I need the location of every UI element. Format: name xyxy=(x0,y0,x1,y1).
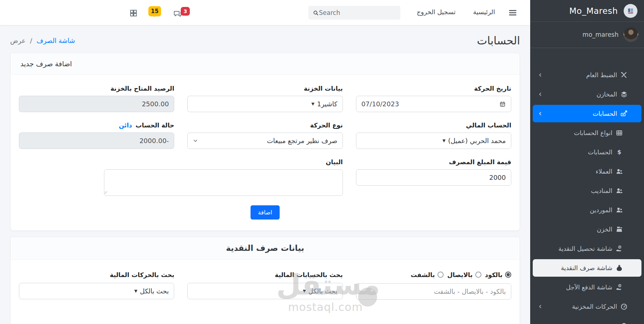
financial-account-select[interactable]: محمد الحربي (عميل) ▼ xyxy=(356,133,511,149)
topbar: 15 3 تسجيل الخروج الرئيسية xyxy=(0,0,530,25)
radio-icon[interactable] xyxy=(505,272,511,278)
user-avatar xyxy=(624,27,638,42)
sidebar-item-treasuries[interactable]: الخزن xyxy=(533,221,641,238)
sidebar-item-delegates[interactable]: المناديب xyxy=(533,182,641,199)
tools-icon xyxy=(620,71,628,79)
movements-search-select[interactable]: بحث بالكل ▼ xyxy=(19,283,174,299)
sidebar-item-label: المناديب xyxy=(591,187,612,194)
field-code-search: بالكود بالايصال بالشفت xyxy=(356,270,511,300)
statement-label: البيان xyxy=(19,158,343,166)
breadcrumb-separator: / xyxy=(30,37,32,44)
table-icon xyxy=(616,129,623,137)
sidebar-item-partial-item[interactable] xyxy=(533,317,641,324)
boxes-icon xyxy=(620,91,628,98)
sidebar-item-cash-expense-screen[interactable]: شاشة صرف النقدية xyxy=(533,259,641,277)
brand-name: Mo_Maresh xyxy=(569,6,618,16)
brand[interactable]: Mo_Maresh xyxy=(530,0,644,22)
resize-handle-icon[interactable] xyxy=(104,191,108,195)
movement-type-select[interactable]: صرف نظير مرتجع مبيعات xyxy=(187,133,343,149)
treasury-label: بيانات الخزنة xyxy=(187,85,343,92)
moneychart-icon xyxy=(620,110,628,117)
sidebar-item-deferred-payment-screen[interactable]: شاشة الدفع الآجل xyxy=(533,278,641,296)
page-title: الحسابات xyxy=(477,34,520,47)
gauge-icon xyxy=(620,303,628,310)
notifications-badge: 15 xyxy=(148,6,161,16)
sidebar-item-label: الحركات المخزنية xyxy=(572,303,617,310)
sidebar-item-label: شاشة تحصيل النقدية xyxy=(559,245,612,252)
sidebar-item-label: العملاء xyxy=(596,168,612,175)
messages-badge: 3 xyxy=(181,7,190,16)
available-balance-value: 2500.00 xyxy=(142,100,169,108)
sidebar-item-label: الموردين xyxy=(590,206,612,214)
notifications-bell-icon[interactable]: 15 xyxy=(151,10,159,18)
apps-grid-icon[interactable] xyxy=(129,9,138,17)
sidebar-item-accounts[interactable]: الحسابات xyxy=(533,105,641,122)
movement-date-value: 07/10/2023 xyxy=(361,100,399,108)
sidebar-item-label: المخازن xyxy=(596,91,617,98)
users-icon xyxy=(616,187,623,194)
field-available-balance: الرصيد المتاح بالخزنة 2500.00 xyxy=(19,85,174,112)
field-amount: قيمة المبلغ المصرف xyxy=(356,158,511,196)
radio-by-code[interactable]: بالكود xyxy=(485,271,511,278)
add-expense-card: اضافة صرف جديد تاريخ الحركة 07/10/2023 ب… xyxy=(10,53,520,231)
account-status-amount-value: -2000.00 xyxy=(139,137,169,145)
search-bar xyxy=(308,6,400,20)
radio-by-receipt[interactable]: بالايصال xyxy=(447,271,481,278)
sidebar-item-label: شاشة الدفع الآجل xyxy=(566,284,612,291)
sidebar-item-label: الخزن xyxy=(597,226,612,233)
chevron-left-icon xyxy=(538,92,543,97)
logout-link[interactable]: تسجيل الخروج xyxy=(417,8,456,16)
sidebar-item-customers[interactable]: العملاء xyxy=(533,163,641,180)
breadcrumb-link[interactable]: شاشة الصرف xyxy=(37,37,75,44)
sidebar-item-general-settings[interactable]: الضبط العام xyxy=(533,66,641,84)
user-panel[interactable]: mo_maresh xyxy=(530,22,644,48)
field-movement-date: تاريخ الحركة 07/10/2023 xyxy=(356,85,511,112)
account-status-value-link: دائن xyxy=(119,122,132,129)
circle-icon xyxy=(620,322,628,324)
account-status-label: حالة الحساب دائن xyxy=(19,122,174,129)
treasury-select[interactable]: كاشير1 ▼ xyxy=(187,96,343,112)
handdollar-icon xyxy=(616,284,623,291)
sidebar-item-warehouses[interactable]: المخازن xyxy=(533,86,641,103)
field-treasury: بيانات الخزنة كاشير1 ▼ xyxy=(187,85,343,112)
user-name: mo_maresh xyxy=(583,31,619,38)
chevron-left-icon xyxy=(538,111,543,116)
sidebar-item-accounts-list[interactable]: الحسابات xyxy=(533,143,641,161)
sidebar-item-label: الحسابات xyxy=(593,110,617,117)
radio-icon[interactable] xyxy=(475,272,481,278)
brand-logo xyxy=(624,4,637,18)
breadcrumb-current: عرض xyxy=(10,37,25,44)
accounts-search-label: بحث بالحسابات المالية xyxy=(187,271,343,278)
dollar-icon xyxy=(616,149,623,156)
sidebar-item-stock-movements[interactable]: الحركات المخزنية xyxy=(533,298,641,315)
sidebar-menu: الضبط العامالمخازنالحساباتانواع الحسابات… xyxy=(530,48,644,324)
movement-date-label: تاريخ الحركة xyxy=(356,85,511,92)
home-link[interactable]: الرئيسية xyxy=(473,8,495,16)
accounts-search-select[interactable]: بحث بالكل ▼ xyxy=(187,283,343,299)
sidebar-item-account-types[interactable]: انواع الحسابات xyxy=(533,124,641,142)
field-statement: البيان xyxy=(19,158,343,196)
amount-input[interactable] xyxy=(356,169,511,186)
sidebar-item-suppliers[interactable]: الموردين xyxy=(533,201,641,219)
main-content: الحسابات شاشة الصرف / عرض اضافة صرف جديد… xyxy=(0,25,530,324)
hamburger-menu-icon[interactable] xyxy=(508,8,517,17)
statement-textarea[interactable] xyxy=(104,169,343,196)
moneybag-icon xyxy=(616,264,623,272)
search-mode-radio-group: بالكود بالايصال بالشفت xyxy=(356,270,511,280)
movement-date-input[interactable]: 07/10/2023 xyxy=(356,96,511,112)
messages-chat-icon[interactable]: 3 xyxy=(173,9,182,19)
add-button[interactable]: اضافة xyxy=(251,205,279,220)
sidebar-item-label: الضبط العام xyxy=(586,71,617,79)
chevron-down-icon xyxy=(193,138,198,143)
amount-label: قيمة المبلغ المصرف xyxy=(356,158,511,166)
field-movements-search: بحث بالحركات المالية بحث بالكل ▼ xyxy=(19,270,174,300)
sidebar-item-cash-collection-screen[interactable]: شاشة تحصيل النقدية xyxy=(533,240,641,257)
radio-by-shift[interactable]: بالشفت xyxy=(411,271,444,278)
radio-icon[interactable] xyxy=(437,272,444,278)
search-input[interactable] xyxy=(319,9,399,16)
code-search-input[interactable] xyxy=(356,283,511,300)
financial-account-value: محمد الحربي (عميل) xyxy=(448,137,506,145)
calendar-icon[interactable] xyxy=(499,101,506,107)
field-accounts-search: بحث بالحسابات المالية بحث بالكل ▼ xyxy=(187,270,343,300)
caret-down-icon: ▼ xyxy=(311,102,314,106)
